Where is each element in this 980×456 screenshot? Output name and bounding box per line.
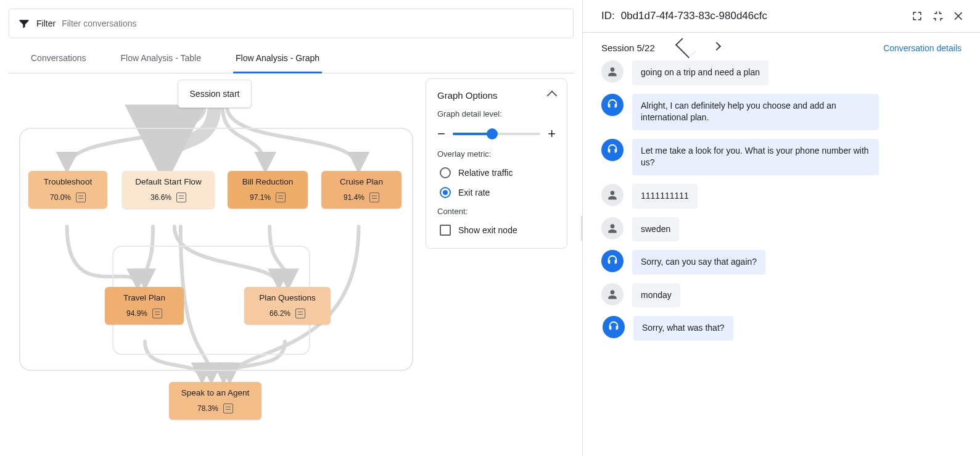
radio-exit-rate[interactable]: Exit rate <box>437 187 556 198</box>
node-title: Default Start Flow <box>135 177 201 186</box>
message-list: going on a trip and need a planAlright, … <box>583 60 980 456</box>
fullscreen-icon[interactable] <box>910 9 924 23</box>
message-bubble: Alright, I can definitely help you choos… <box>632 94 879 130</box>
graph-options-title: Graph Options <box>437 90 498 101</box>
detail-slider[interactable]: − + <box>437 127 556 141</box>
analysis-panel: Filter Conversations Flow Analysis - Tab… <box>0 0 583 456</box>
plus-icon[interactable]: + <box>548 127 556 141</box>
list-icon <box>369 193 379 202</box>
message-bubble: Let me take a look for you. What is your… <box>632 139 879 175</box>
id-value: 0bd1d7-4f4-733-83c-980d46cfc <box>621 10 767 22</box>
content-label: Content: <box>437 207 556 216</box>
message-bubble: 1111111111 <box>632 184 698 209</box>
radio-label: Exit rate <box>458 188 490 197</box>
message-row: monday <box>601 283 961 308</box>
tab-conversations[interactable]: Conversations <box>28 53 89 73</box>
slider-track[interactable] <box>453 133 540 135</box>
message-bubble: Sorry, can you say that again? <box>632 250 765 275</box>
detail-level-label: Graph detail level: <box>437 109 556 118</box>
message-bubble: monday <box>632 283 680 308</box>
node-troubleshoot[interactable]: Troubleshoot 70.0% <box>28 171 107 209</box>
graph-options-panel: Graph Options Graph detail level: − + Ov… <box>426 78 567 249</box>
user-avatar-icon <box>601 60 624 83</box>
agent-avatar-icon <box>603 316 625 338</box>
conversation-details-link[interactable]: Conversation details <box>883 43 961 53</box>
node-label: Session start <box>190 89 240 99</box>
list-icon <box>223 404 233 413</box>
list-icon <box>176 193 186 202</box>
checkbox-show-exit-node[interactable]: Show exit node <box>437 225 556 236</box>
filter-input[interactable] <box>62 19 564 28</box>
overlay-metric-label: Overlay metric: <box>437 149 556 159</box>
node-title: Cruise Plan <box>340 177 383 186</box>
tabs: Conversations Flow Analysis - Table Flow… <box>9 53 574 73</box>
node-plan-questions[interactable]: Plan Questions 66.2% <box>244 287 331 325</box>
node-cruise-plan[interactable]: Cruise Plan 91.4% <box>321 171 401 209</box>
filter-icon <box>18 17 30 30</box>
message-bubble: going on a trip and need a plan <box>632 60 768 85</box>
user-avatar-icon <box>601 283 624 305</box>
message-row: Sorry, can you say that again? <box>601 250 961 275</box>
minus-icon[interactable]: − <box>437 127 445 141</box>
node-title: Troubleshoot <box>44 177 92 186</box>
agent-avatar-icon <box>601 250 624 272</box>
node-title: Bill Reduction <box>242 177 294 186</box>
close-icon[interactable] <box>952 9 966 23</box>
collapse-icon[interactable] <box>547 90 558 101</box>
radio-icon[interactable] <box>440 187 451 198</box>
node-metric: 91.4% <box>344 193 364 202</box>
node-metric: 66.2% <box>270 309 290 318</box>
node-metric: 97.1% <box>250 193 271 202</box>
next-session-button[interactable] <box>712 41 721 50</box>
session-label: Session 5/22 <box>601 43 655 53</box>
node-title: Plan Questions <box>259 293 316 302</box>
node-title: Speak to an Agent <box>181 388 249 397</box>
message-row: Let me take a look for you. What is your… <box>601 139 961 175</box>
radio-icon[interactable] <box>440 167 451 178</box>
session-bar: Session 5/22 Conversation details <box>583 33 980 60</box>
node-speak-to-agent[interactable]: Speak to an Agent 78.3% <box>169 382 261 420</box>
list-icon <box>276 193 286 202</box>
prev-session-button[interactable] <box>675 38 696 58</box>
agent-avatar-icon <box>601 94 624 116</box>
list-icon <box>295 309 305 318</box>
agent-avatar-icon <box>601 139 624 161</box>
flow-graph-canvas[interactable]: Session start Troubleshoot 70.0% Default… <box>9 73 574 444</box>
message-row: sweden <box>601 217 961 242</box>
node-metric: 36.6% <box>150 193 171 202</box>
message-bubble: Sorry, what was that? <box>633 316 733 341</box>
svg-rect-0 <box>20 128 413 370</box>
user-avatar-icon <box>601 184 624 206</box>
message-row: going on a trip and need a plan <box>601 60 961 85</box>
drag-handle-icon[interactable] <box>581 216 582 241</box>
message-row: Sorry, what was that? <box>601 316 961 341</box>
message-row: Alright, I can definitely help you choos… <box>601 94 961 130</box>
filter-bar: Filter <box>9 9 574 38</box>
id-label: ID: <box>601 10 615 22</box>
node-default-start-flow[interactable]: Default Start Flow 36.6% <box>122 171 215 209</box>
exit-fullscreen-icon[interactable] <box>931 9 945 23</box>
node-metric: 94.9% <box>126 309 147 318</box>
radio-relative-traffic[interactable]: Relative traffic <box>437 167 556 178</box>
tab-flow-graph[interactable]: Flow Analysis - Graph <box>233 53 322 73</box>
node-metric: 78.3% <box>197 404 218 413</box>
message-row: 1111111111 <box>601 184 961 209</box>
radio-label: Relative traffic <box>458 168 513 178</box>
conversation-detail-panel: ID: 0bd1d7-4f4-733-83c-980d46cfc Session… <box>583 0 980 456</box>
tab-flow-table[interactable]: Flow Analysis - Table <box>118 53 204 73</box>
list-icon <box>152 309 162 318</box>
node-metric: 70.0% <box>50 193 71 202</box>
message-bubble: sweden <box>632 217 679 242</box>
node-bill-reduction[interactable]: Bill Reduction 97.1% <box>228 171 308 209</box>
slider-thumb[interactable] <box>487 128 498 139</box>
node-session-start[interactable]: Session start <box>178 80 252 108</box>
checkbox-label: Show exit node <box>458 225 517 235</box>
node-title: Travel Plan <box>123 293 165 302</box>
user-avatar-icon <box>601 217 624 239</box>
node-travel-plan[interactable]: Travel Plan 94.9% <box>105 287 184 325</box>
checkbox-icon[interactable] <box>440 225 451 236</box>
filter-label: Filter <box>36 19 56 28</box>
detail-header: ID: 0bd1d7-4f4-733-83c-980d46cfc <box>583 0 980 33</box>
list-icon <box>76 193 86 202</box>
